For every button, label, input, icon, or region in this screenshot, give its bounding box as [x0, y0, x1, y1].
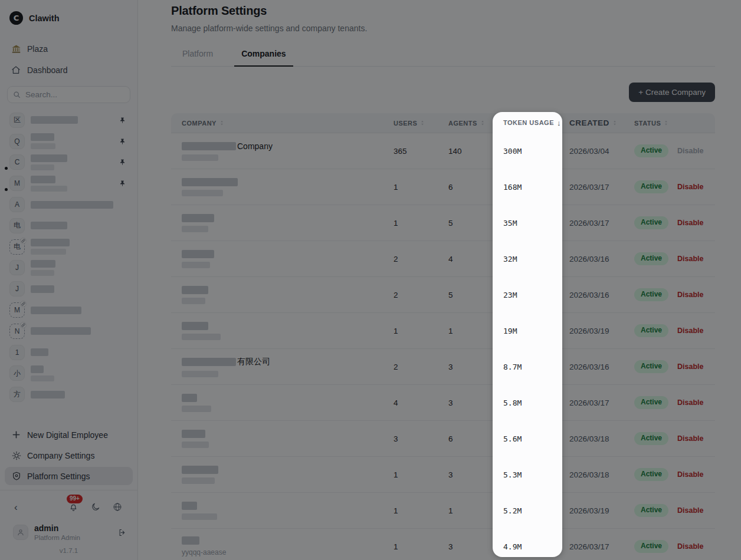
sort-desc-icon: ↓ — [557, 118, 561, 127]
token-usage-value: 300M — [493, 133, 562, 169]
token-usage-value: 5.2M — [493, 493, 562, 529]
dim-overlay — [0, 0, 741, 560]
token-usage-value: 4.9M — [493, 529, 562, 557]
token-usage-value: 8.7M — [493, 349, 562, 385]
token-usage-value: 5.3M — [493, 457, 562, 493]
token-usage-spotlight-column: TOKEN USAGE ↓ 300M168M35M32M23M19M8.7M5.… — [493, 112, 562, 557]
token-usage-value: 23M — [493, 277, 562, 313]
token-usage-value: 35M — [493, 205, 562, 241]
column-header-token-usage-spotlight[interactable]: TOKEN USAGE ↓ — [493, 112, 562, 133]
token-usage-value: 19M — [493, 313, 562, 349]
token-usage-value: 32M — [493, 241, 562, 277]
token-usage-values: 300M168M35M32M23M19M8.7M5.8M5.6M5.3M5.2M… — [493, 133, 562, 557]
token-usage-value: 168M — [493, 169, 562, 205]
token-usage-value: 5.8M — [493, 385, 562, 421]
token-usage-value: 5.6M — [493, 421, 562, 457]
